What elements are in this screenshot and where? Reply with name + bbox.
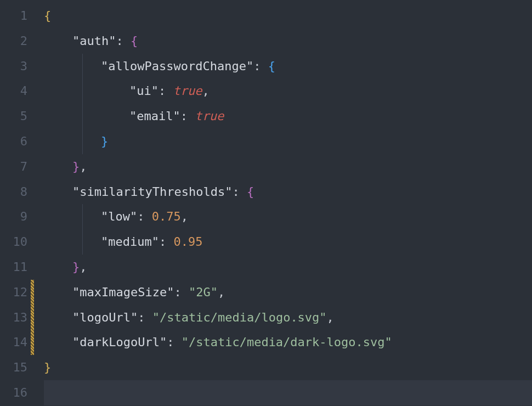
line-number: 4 [0,78,31,104]
line-number: 2 [0,29,31,54]
code-line[interactable]: } [44,355,532,380]
comma: , [80,260,87,274]
json-key: "allowPasswordChange" [101,59,253,73]
line-number: 14 [0,330,31,355]
colon: : [174,285,181,299]
code-line[interactable]: "email": true [44,104,532,129]
brace-close: } [101,134,108,148]
line-number: 12 [0,280,31,305]
line-number: 11 [0,255,31,280]
comma: , [218,285,225,299]
code-line[interactable]: "allowPasswordChange": { [44,54,532,79]
code-line-current[interactable] [44,380,532,405]
line-number: 15 [0,355,31,380]
colon: : [253,59,261,73]
line-number: 5 [0,104,31,129]
code-line[interactable]: }, [44,154,532,179]
code-area[interactable]: { "auth": { "allowPasswordChange": { "ui… [34,0,532,406]
code-line[interactable]: "darkLogoUrl": "/static/media/dark-logo.… [44,330,532,355]
colon: : [180,109,188,123]
line-number: 7 [0,154,31,179]
code-line[interactable]: "ui": true, [44,78,532,104]
colon: : [159,84,166,98]
colon: : [138,311,145,324]
json-key: "email" [129,109,180,123]
code-line[interactable]: } [44,129,532,154]
code-line[interactable]: "auth": { [44,29,532,54]
json-key: "similarityThresholds" [72,185,232,199]
json-key: "low" [101,210,137,223]
json-key: "logoUrl" [72,311,138,324]
line-number: 3 [0,54,31,79]
line-number: 16 [0,380,31,405]
brace-open: { [247,185,254,199]
line-number: 13 [0,305,31,330]
code-line[interactable]: "similarityThresholds": { [44,179,532,205]
json-key: "ui" [129,84,159,98]
line-number-gutter: 1 2 3 4 5 6 7 8 9 10 11 12 13 14 15 16 [0,0,31,406]
code-line[interactable]: "maxImageSize": "2G", [44,280,532,305]
brace-open: { [268,59,275,73]
code-line[interactable]: "logoUrl": "/static/media/logo.svg", [44,305,532,330]
line-number: 10 [0,229,31,255]
json-number: 0.95 [173,235,202,249]
colon: : [167,335,174,349]
comma: , [181,210,188,223]
colon: : [137,210,144,223]
json-number: 0.75 [152,210,181,223]
line-number: 1 [0,3,31,29]
json-key: "darkLogoUrl" [72,335,167,349]
brace-close: } [44,360,51,374]
colon: : [116,34,123,48]
brace-close: } [72,260,80,274]
comma: , [80,160,87,173]
line-number: 8 [0,179,31,205]
line-number: 6 [0,129,31,154]
json-bool: true [173,84,202,98]
code-line[interactable]: "medium": 0.95 [44,229,532,255]
colon: : [232,185,239,199]
json-key: "auth" [72,34,116,48]
json-key: "medium" [101,235,159,249]
comma: , [202,84,209,98]
line-number: 9 [0,204,31,229]
code-line[interactable]: { [44,3,532,29]
json-bool: true [195,109,224,123]
json-string: "/static/media/dark-logo.svg" [182,335,392,349]
code-editor[interactable]: 1 2 3 4 5 6 7 8 9 10 11 12 13 14 15 16 {… [0,0,532,406]
comma: , [327,311,334,324]
code-line[interactable]: "low": 0.75, [44,204,532,229]
json-key: "maxImageSize" [72,285,174,299]
colon: : [159,235,166,249]
brace-open: { [44,9,51,22]
brace-open: { [131,34,138,48]
json-string: "/static/media/logo.svg" [152,311,327,324]
brace-close: } [72,160,80,173]
json-string: "2G" [189,285,218,299]
code-line[interactable]: }, [44,255,532,280]
